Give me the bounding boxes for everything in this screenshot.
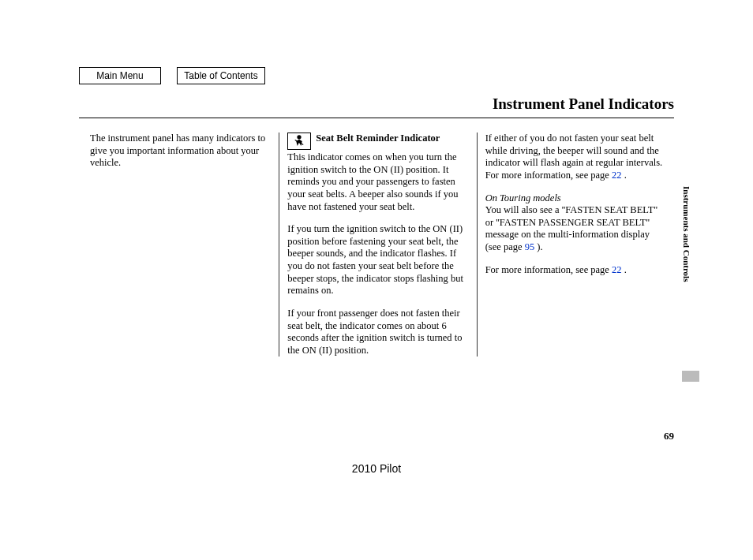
- text-run: For more information, see page: [485, 264, 612, 275]
- body-text: If you turn the ignition switch to the O…: [287, 223, 468, 297]
- column-3: If either of you do not fasten your seat…: [478, 133, 674, 357]
- main-menu-button[interactable]: Main Menu: [79, 67, 161, 84]
- seatbelt-icon: [287, 133, 311, 150]
- side-thumb-tab: [682, 371, 699, 382]
- table-of-contents-button[interactable]: Table of Contents: [177, 67, 265, 84]
- page-reference-link[interactable]: 22: [612, 264, 622, 275]
- intro-text: The instrument panel has many indicators…: [90, 133, 271, 170]
- text-run: .: [622, 170, 627, 181]
- indicator-heading: Seat Belt Reminder Indicator: [287, 133, 468, 150]
- body-text: If either of you do not fasten your seat…: [485, 133, 666, 182]
- indicator-title: Seat Belt Reminder Indicator: [316, 133, 440, 144]
- body-text: If your front passenger does not fasten …: [287, 308, 468, 357]
- page-reference-link[interactable]: 22: [612, 170, 622, 181]
- content-columns: The instrument panel has many indicators…: [79, 133, 674, 357]
- text-run: .: [622, 264, 627, 275]
- column-2: Seat Belt Reminder Indicator This indica…: [279, 133, 477, 357]
- page-number: 69: [664, 430, 674, 442]
- model-note: On Touring models: [485, 192, 561, 203]
- body-text: This indicator comes on when you turn th…: [287, 151, 468, 213]
- svg-point-0: [298, 136, 301, 139]
- text-run: ).: [534, 241, 542, 252]
- text-run: You will also see a ''FASTEN SEAT BELT''…: [485, 204, 657, 252]
- column-1: The instrument panel has many indicators…: [79, 133, 279, 357]
- body-text: For more information, see page 22 .: [485, 264, 666, 277]
- page-title: Instrument Panel Indicators: [79, 95, 674, 118]
- footer-model-label: 2010 Pilot: [0, 462, 753, 475]
- text-run: If either of you do not fasten your seat…: [485, 133, 663, 181]
- document-page: Main Menu Table of Contents Instrument P…: [79, 67, 674, 473]
- section-side-label: Instruments and Controls: [682, 186, 691, 282]
- body-text: On Touring models You will also see a ''…: [485, 192, 666, 254]
- page-reference-link[interactable]: 95: [525, 241, 535, 252]
- nav-bar: Main Menu Table of Contents: [79, 67, 674, 84]
